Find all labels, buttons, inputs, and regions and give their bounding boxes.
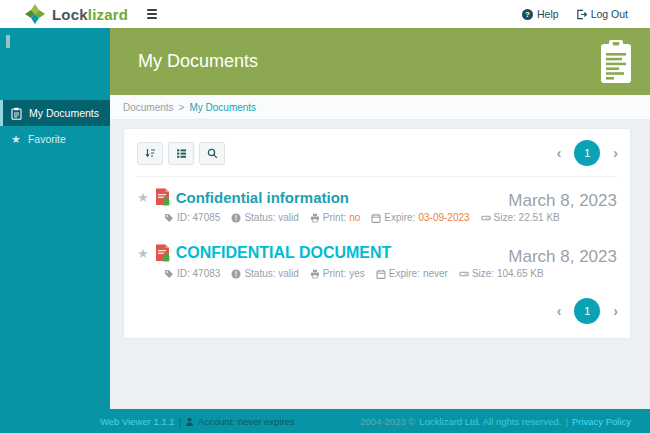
printer-icon <box>310 213 320 223</box>
locklizard-link[interactable]: Locklizard Ltd. All rights reserved. <box>419 416 561 427</box>
clipboard-icon <box>598 39 634 85</box>
document-expire-label: Expire: <box>389 268 420 279</box>
document-expire-value: 03-09-2023 <box>418 212 469 223</box>
logout-label: Log Out <box>591 8 628 20</box>
search-button[interactable] <box>199 142 225 165</box>
document-row[interactable]: ★ Confidential information <box>124 177 630 233</box>
sort-icon <box>145 148 156 159</box>
star-icon: ★ <box>11 134 21 145</box>
document-print-label: Print: <box>323 268 346 279</box>
next-page-button[interactable]: › <box>613 146 618 160</box>
next-page-button[interactable]: › <box>613 304 618 318</box>
document-print-value: yes <box>349 268 365 279</box>
page-number-button[interactable]: 1 <box>574 298 600 324</box>
lizard-logo-icon <box>24 3 46 25</box>
documents-panel: ‹ 1 › ★ <box>123 128 631 339</box>
tag-icon <box>164 213 174 223</box>
document-expire-label: Expire: <box>384 212 415 223</box>
size-icon <box>481 213 491 223</box>
content-area: ‹ 1 › ★ <box>110 120 650 409</box>
sidebar-item-favorite[interactable]: ★ Favorite <box>0 126 110 152</box>
page-number-button[interactable]: 1 <box>574 140 600 166</box>
prev-page-button[interactable]: ‹ <box>557 304 562 318</box>
privacy-policy-link[interactable]: Privacy Policy <box>572 416 631 427</box>
copyright-text: 2004-2023 © <box>360 416 415 427</box>
document-status: Status: valid <box>244 268 298 279</box>
footer: Web Viewer 1.1.1 | Account: never expire… <box>0 409 650 433</box>
document-title-link[interactable]: Confidential information <box>176 189 349 206</box>
sort-button[interactable] <box>137 142 163 165</box>
panel-toolbar: ‹ 1 › <box>124 129 630 176</box>
help-icon: ? <box>522 9 533 20</box>
document-date: March 8, 2023 <box>498 244 620 279</box>
favorite-star-icon[interactable]: ★ <box>137 247 149 260</box>
web-viewer-version-link[interactable]: Web Viewer 1.1.1 <box>100 416 175 427</box>
search-icon <box>207 148 218 159</box>
sidebar-item-label: My Documents <box>29 107 99 119</box>
breadcrumb-separator: > <box>179 102 185 113</box>
document-print-label: Print: <box>323 212 346 223</box>
person-icon <box>185 417 194 426</box>
sidebar-item-label: Favorite <box>28 133 66 145</box>
document-id: ID: 47085 <box>177 212 220 223</box>
list-icon <box>176 148 187 159</box>
document-title-link[interactable]: CONFIDENTIAL DOCUMENT <box>176 244 392 262</box>
document-status: Status: valid <box>244 212 298 223</box>
tag-icon <box>164 269 174 279</box>
footer-separator: | <box>179 416 181 427</box>
clipboard-icon <box>11 107 22 120</box>
pdf-file-icon <box>155 188 170 206</box>
document-id: ID: 47083 <box>177 268 220 279</box>
menu-icon[interactable] <box>144 6 160 22</box>
breadcrumb-current: My Documents <box>189 102 256 113</box>
status-icon <box>231 213 241 223</box>
document-expire-value: never <box>423 268 448 279</box>
help-label: Help <box>537 8 559 20</box>
page-header: My Documents <box>110 28 650 95</box>
page-title: My Documents <box>138 51 258 72</box>
breadcrumb: Documents > My Documents <box>110 95 650 120</box>
footer-separator: | <box>565 416 567 427</box>
text-cursor <box>6 35 10 48</box>
pagination-bottom: ‹ 1 › <box>124 289 630 338</box>
top-bar: Locklizard ? Help Log Out <box>0 0 650 28</box>
document-date: March 8, 2023 <box>498 188 620 223</box>
pagination-top: ‹ 1 › <box>557 140 618 166</box>
breadcrumb-documents[interactable]: Documents <box>123 102 174 113</box>
document-meta: ID: 47083 Status: valid Print: yes <box>164 268 498 279</box>
sidebar: My Documents ★ Favorite <box>0 28 110 409</box>
help-button[interactable]: ? Help <box>522 8 559 20</box>
calendar-icon <box>376 269 386 279</box>
calendar-icon <box>371 213 381 223</box>
logo[interactable]: Locklizard <box>24 3 128 25</box>
logout-button[interactable]: Log Out <box>576 8 628 20</box>
sidebar-item-my-documents[interactable]: My Documents <box>0 100 110 126</box>
prev-page-button[interactable]: ‹ <box>557 146 562 160</box>
printer-icon <box>310 269 320 279</box>
document-row[interactable]: ★ CONFIDENTIAL DOCUMENT <box>124 233 630 289</box>
list-view-button[interactable] <box>168 142 194 165</box>
pdf-file-icon <box>155 244 170 262</box>
favorite-star-icon[interactable]: ★ <box>137 191 149 204</box>
logout-icon <box>576 9 587 20</box>
document-print-value: no <box>349 212 360 223</box>
status-icon <box>231 269 241 279</box>
document-meta: ID: 47085 Status: valid Print: no <box>164 212 498 223</box>
account-status: Account: never expires <box>198 416 295 427</box>
logo-text: Locklizard <box>52 6 128 23</box>
size-icon <box>459 269 469 279</box>
